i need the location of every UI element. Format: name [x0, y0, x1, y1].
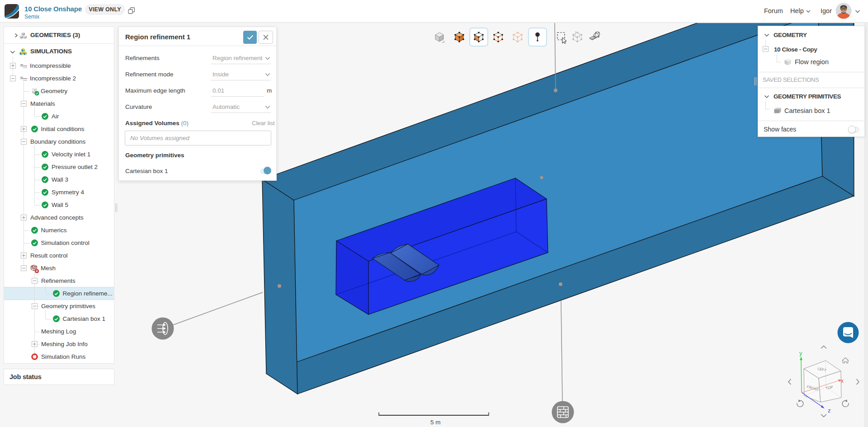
svg-text:5 m: 5 m	[430, 419, 441, 426]
svg-text:z: z	[828, 407, 831, 414]
svg-text:y: y	[799, 350, 802, 357]
svg-text:x: x	[841, 378, 844, 384]
